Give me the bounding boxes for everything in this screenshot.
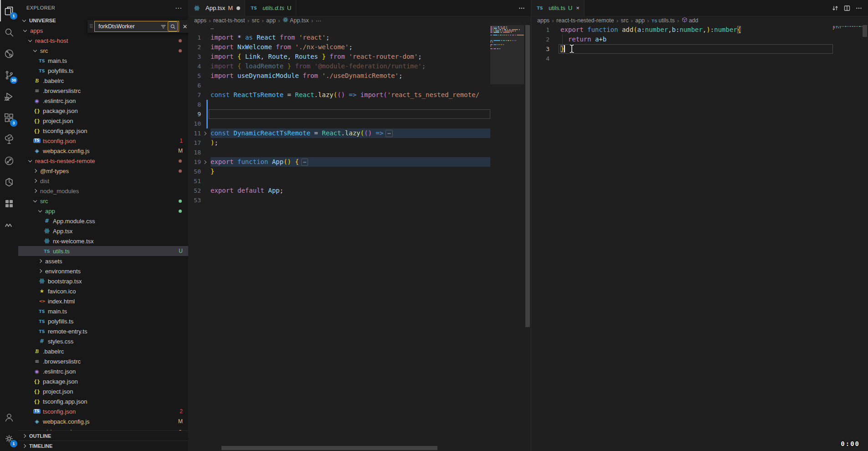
breadcrumb-item-App.tsx[interactable]: App.tsx [282,17,309,24]
breadcrumb-item-add[interactable]: add [682,17,699,24]
code-editor-app-tsx[interactable]: ⋯1import * as React from 'react';2import… [188,25,490,451]
tree-item-App.module.css[interactable]: #App.module.css [18,216,188,226]
tree-item-react-ts-nested-remote[interactable]: react-ts-nested-remote [18,156,188,166]
tree-item-tsconfig.json[interactable]: TStsconfig.json2 [18,406,188,416]
code-line-1[interactable]: 1export function add(a:number,b:number,)… [531,25,833,35]
code-line-2[interactable]: 2import NxWelcome from './nx-welcome'; [188,42,490,52]
breadcrumb-item-apps[interactable]: apps [194,17,206,24]
breadcrumb-item-utils.ts[interactable]: TSutils.ts [652,17,675,24]
activity-item-extensions[interactable]: 3 [0,107,18,128]
tree-item-package.json[interactable]: {}package.json [18,376,188,386]
code-line-52[interactable]: 52export default App; [188,186,490,195]
tree-item-dist[interactable]: dist [18,176,188,186]
tree-item-main.ts[interactable]: TSmain.ts [18,306,188,316]
tree-item-@mf-types[interactable]: @mf-types [18,166,188,176]
code-line-50[interactable]: 50} [188,167,490,176]
tree-item-.eslintrc.json[interactable]: ◉.eslintrc.json [18,366,188,376]
minimap-slider[interactable] [490,25,524,84]
outline-panel-header[interactable]: OUTLINE [18,430,188,441]
tree-item-package.json[interactable]: {}package.json [18,106,188,116]
tree-item-styles.css[interactable]: #styles.css [18,336,188,346]
tab-utils.ts[interactable]: TSutils.tsU× [531,0,585,16]
activity-item-accounts[interactable] [0,406,18,428]
code-line-7[interactable]: 7const ReactTsRemote = React.lazy(() => … [188,90,490,100]
activity-item-hexagon-tool[interactable] [0,171,18,193]
unsaved-dot-icon[interactable] [236,6,240,10]
more-button[interactable] [855,5,863,12]
tree-item-node_modules[interactable]: node_modules [18,186,188,196]
tree-item-project.json[interactable]: {}project.json [18,116,188,126]
code-editor-utils-ts[interactable]: 1export function add(a:number,b:number,)… [531,25,833,451]
code-line-3[interactable]: 3} [531,44,833,54]
code-line-8[interactable]: 8 [188,100,490,109]
tree-item-favicon.ico[interactable]: ★favicon.ico [18,286,188,296]
tree-item-main.ts[interactable]: TSmain.ts [18,56,188,66]
tree-item-assets[interactable]: assets [18,256,188,266]
activity-item-search[interactable] [0,21,18,43]
close-tab-icon[interactable]: × [576,5,580,11]
close-filter-icon[interactable]: ✕ [181,23,189,30]
tree-item-app[interactable]: app [18,206,188,216]
activity-item-source-control[interactable]: 38 [0,64,18,86]
tree-item-utils.ts[interactable]: TSutils.tsU [18,246,188,256]
activity-item-grid-tool[interactable] [0,193,18,214]
tree-item-.browserslistrc[interactable]: ≡.browserslistrc [18,86,188,96]
activity-item-wave-tool[interactable] [0,214,18,236]
fold-chevron-icon[interactable] [203,160,206,164]
code-line-9[interactable]: 9 [188,109,490,119]
tree-item-App.tsx[interactable]: App.tsx [18,226,188,236]
code-line-6[interactable]: 6 [188,81,490,90]
tree-item-index.html[interactable]: <>index.html [18,296,188,306]
code-line-4[interactable]: 4 [531,54,833,63]
breadcrumb-item-app[interactable]: app [266,17,276,24]
tree-item-webpack.config.js[interactable]: ◈webpack.config.jsM [18,416,188,426]
vertical-scrollbar[interactable] [525,25,530,327]
activity-item-explorer[interactable]: 1 [0,0,18,21]
tree-item-tsconfig.app.json[interactable]: {}tsconfig.app.json [18,126,188,136]
code-line-53[interactable]: 53 [188,195,490,205]
tree-item-react-ts-host[interactable]: react-ts-host [18,36,188,46]
vertical-scrollbar[interactable] [863,25,867,37]
breadcrumb-item-react-ts-nested-remote[interactable]: react-ts-nested-remote [556,17,614,24]
tree-item-nx-welcome.tsx[interactable]: nx-welcome.tsx [18,236,188,246]
tree-item-project.json[interactable]: {}project.json [18,386,188,396]
activity-item-run-debug[interactable] [0,86,18,107]
horizontal-scrollbar[interactable] [221,446,437,450]
drag-handle-icon[interactable]: ⠿ [89,24,93,30]
filter-icon[interactable] [159,22,168,31]
tree-item-polyfills.ts[interactable]: TSpolyfills.ts [18,316,188,326]
activity-item-commit-graph[interactable] [0,150,18,171]
code-line-x[interactable]: ⋯ [188,25,490,33]
breadcrumb-item-apps[interactable]: apps [537,17,550,24]
breadcrumb-item-app[interactable]: app [635,17,645,24]
tree-item-tsconfig.json[interactable]: TStsconfig.json1 [18,136,188,146]
breadcrumb-item-src[interactable]: src [621,17,629,24]
tab-App.tsx[interactable]: App.tsxM [188,0,245,16]
timeline-panel-header[interactable]: TIMELINE [18,441,188,451]
tree-filter-input[interactable] [98,23,159,30]
tree-item-polyfills.ts[interactable]: TSpolyfills.ts [18,66,188,76]
tree-item-.eslintrc.json[interactable]: ◉.eslintrc.json [18,96,188,106]
fuzzy-search-toggle-icon[interactable] [168,21,178,31]
tree-item-src[interactable]: src [18,196,188,206]
breadcrumb-item-⋯[interactable]: ⋯ [316,17,322,24]
code-line-11[interactable]: 11const DynamicReactTsRemote = React.laz… [188,128,490,138]
activity-item-testing-tree[interactable] [0,128,18,150]
code-line-1[interactable]: 1import * as React from 'react'; [188,33,490,42]
code-line-10[interactable]: 10 [188,119,490,128]
breadcrumb-item-react-ts-host[interactable]: react-ts-host [213,17,245,24]
more-button[interactable] [518,5,525,12]
breadcrumb-item-src[interactable]: src [252,17,260,24]
minimap[interactable] [490,25,524,51]
tree-item-environments[interactable]: environments [18,266,188,276]
code-line-4[interactable]: 4import { loadRemote } from '@module-fed… [188,62,490,71]
activity-item-settings[interactable]: 1 [0,428,18,449]
activity-item-node-graph[interactable] [0,43,18,64]
tree-item-src[interactable]: src [18,46,188,56]
code-line-18[interactable]: 18 [188,148,490,157]
tree-item-tsconfig.app.json[interactable]: {}tsconfig.app.json [18,396,188,406]
tree-item-.babelrc[interactable]: B.babelrc [18,76,188,86]
tree-item-.browserslistrc[interactable]: ≡.browserslistrc [18,356,188,366]
minimap[interactable] [833,25,862,31]
code-line-3[interactable]: 3import { Link, Route, Routes } from 're… [188,52,490,62]
